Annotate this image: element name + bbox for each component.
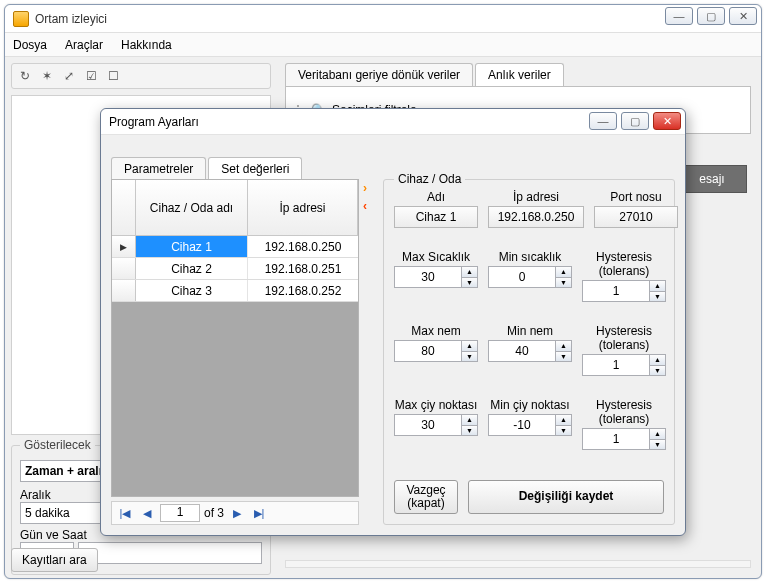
table-row[interactable]: Cihaz 3 192.168.0.252: [112, 280, 358, 302]
dialog-close-button[interactable]: ✕: [653, 112, 681, 130]
max-dew-label: Max çiy noktası: [395, 398, 478, 412]
chevron-down-icon[interactable]: ▼: [649, 440, 665, 450]
uncheck-icon[interactable]: ☐: [106, 69, 120, 83]
min-hum-label: Min nem: [507, 324, 553, 338]
minimize-button[interactable]: —: [665, 7, 693, 25]
daytime-input[interactable]: [78, 542, 262, 564]
check-icon[interactable]: ☑: [84, 69, 98, 83]
search-records-button[interactable]: Kayıtları ara: [11, 548, 98, 572]
port-label: Port nosu: [610, 190, 661, 204]
main-titlebar: Ortam izleyici — ▢ ✕: [5, 5, 761, 33]
chevron-up-icon[interactable]: ▲: [555, 341, 571, 352]
device-grid[interactable]: Cihaz / Oda adı İp adresi Cihaz 1 192.16…: [111, 179, 359, 497]
save-button[interactable]: Değişiliği kaydet: [468, 480, 664, 514]
cell-ip: 192.168.0.252: [248, 280, 358, 301]
max-hum-stepper[interactable]: 80▲▼: [394, 340, 478, 362]
dew-hyst-label: Hysteresis (tolerans): [582, 398, 666, 426]
hum-hyst-stepper[interactable]: 1▲▼: [582, 354, 666, 376]
cancel-button[interactable]: Vazgeç (kapat): [394, 480, 458, 514]
port-value: 27010: [594, 206, 678, 228]
dialog-minimize-button[interactable]: —: [589, 112, 617, 130]
app-icon: [13, 11, 29, 27]
grid-header: Cihaz / Oda adı İp adresi: [112, 180, 358, 236]
cell-name: Cihaz 1: [136, 236, 248, 257]
cell-name: Cihaz 2: [136, 258, 248, 279]
chevron-down-icon[interactable]: ▼: [555, 278, 571, 288]
table-row[interactable]: Cihaz 1 192.168.0.250: [112, 236, 358, 258]
cell-ip: 192.168.0.250: [248, 236, 358, 257]
max-temp-stepper[interactable]: 30▲▼: [394, 266, 478, 288]
min-hum-stepper[interactable]: 40▲▼: [488, 340, 572, 362]
cell-ip: 192.168.0.251: [248, 258, 358, 279]
footer-strip: [285, 560, 751, 568]
chevron-down-icon[interactable]: ▼: [461, 278, 477, 288]
max-hum-label: Max nem: [411, 324, 460, 338]
temp-hyst-label: Hysteresis (tolerans): [582, 250, 666, 278]
row-selector-header: [112, 180, 136, 235]
nav-prev-icon[interactable]: ◀: [138, 504, 156, 522]
tab-parameters[interactable]: Parametreler: [111, 157, 206, 180]
nav-next-icon[interactable]: ▶: [228, 504, 246, 522]
max-temp-label: Max Sıcaklık: [402, 250, 470, 264]
menu-tools[interactable]: Araçlar: [65, 38, 103, 52]
min-temp-stepper[interactable]: 0▲▼: [488, 266, 572, 288]
hum-hyst-label: Hysteresis (tolerans): [582, 324, 666, 352]
maximize-button[interactable]: ▢: [697, 7, 725, 25]
arrow-left-icon[interactable]: ‹: [363, 199, 367, 213]
expand-icon[interactable]: ⤢: [62, 69, 76, 83]
dialog-titlebar: Program Ayarları — ▢ ✕: [101, 109, 685, 135]
nav-page-input[interactable]: 1: [160, 504, 200, 522]
tab-database[interactable]: Veritabanı geriye dönük veriler: [285, 63, 473, 86]
chevron-up-icon[interactable]: ▲: [461, 341, 477, 352]
ip-value: 192.168.0.250: [488, 206, 584, 228]
dew-hyst-stepper[interactable]: 1▲▼: [582, 428, 666, 450]
chevron-up-icon[interactable]: ▲: [649, 429, 665, 440]
chevron-up-icon[interactable]: ▲: [461, 267, 477, 278]
menu-file[interactable]: Dosya: [13, 38, 47, 52]
name-label: Adı: [427, 190, 445, 204]
nav-of-label: of 3: [204, 506, 224, 520]
chevron-up-icon[interactable]: ▲: [649, 281, 665, 292]
main-title: Ortam izleyici: [35, 12, 753, 26]
table-row[interactable]: Cihaz 2 192.168.0.251: [112, 258, 358, 280]
close-button[interactable]: ✕: [729, 7, 757, 25]
tab-set-values[interactable]: Set değerleri: [208, 157, 302, 180]
device-form: Cihaz / Oda Adı Cihaz 1 İp adresi 192.16…: [383, 179, 675, 525]
chevron-down-icon[interactable]: ▼: [649, 366, 665, 376]
chevron-down-icon[interactable]: ▼: [461, 352, 477, 362]
chevron-down-icon[interactable]: ▼: [649, 292, 665, 302]
dialog-maximize-button[interactable]: ▢: [621, 112, 649, 130]
chevron-down-icon[interactable]: ▼: [461, 426, 477, 436]
min-temp-label: Min sıcaklık: [499, 250, 562, 264]
col-ip: İp adresi: [248, 180, 358, 235]
temp-hyst-stepper[interactable]: 1▲▼: [582, 280, 666, 302]
col-device-name: Cihaz / Oda adı: [136, 180, 248, 235]
chevron-up-icon[interactable]: ▲: [461, 415, 477, 426]
grid-navigator: |◀ ◀ 1 of 3 ▶ ▶|: [111, 501, 359, 525]
range-value: 5 dakika: [25, 506, 70, 520]
chevron-up-icon[interactable]: ▲: [555, 267, 571, 278]
filter-legend: Gösterilecek: [20, 438, 95, 452]
name-value: Cihaz 1: [394, 206, 478, 228]
menubar: Dosya Araçlar Hakkında: [5, 33, 761, 57]
arrow-right-icon[interactable]: ›: [363, 181, 367, 195]
min-dew-stepper[interactable]: -10▲▼: [488, 414, 572, 436]
tab-live[interactable]: Anlık veriler: [475, 63, 564, 86]
row-indicator-icon: [112, 258, 136, 279]
settings-dialog: Program Ayarları — ▢ ✕ Parametreler Set …: [100, 108, 686, 536]
ip-label: İp adresi: [513, 190, 559, 204]
chevron-up-icon[interactable]: ▲: [649, 355, 665, 366]
refresh-icon[interactable]: ↻: [18, 69, 32, 83]
chevron-up-icon[interactable]: ▲: [555, 415, 571, 426]
nav-first-icon[interactable]: |◀: [116, 504, 134, 522]
max-dew-stepper[interactable]: 30▲▼: [394, 414, 478, 436]
chevron-down-icon[interactable]: ▼: [555, 352, 571, 362]
row-indicator-icon: [112, 280, 136, 301]
chevron-down-icon[interactable]: ▼: [555, 426, 571, 436]
menu-about[interactable]: Hakkında: [121, 38, 172, 52]
dialog-title: Program Ayarları: [109, 115, 199, 129]
min-dew-label: Min çiy noktası: [490, 398, 569, 412]
message-header: esajı: [677, 165, 747, 193]
nav-last-icon[interactable]: ▶|: [250, 504, 268, 522]
collapse-icon[interactable]: ✶: [40, 69, 54, 83]
